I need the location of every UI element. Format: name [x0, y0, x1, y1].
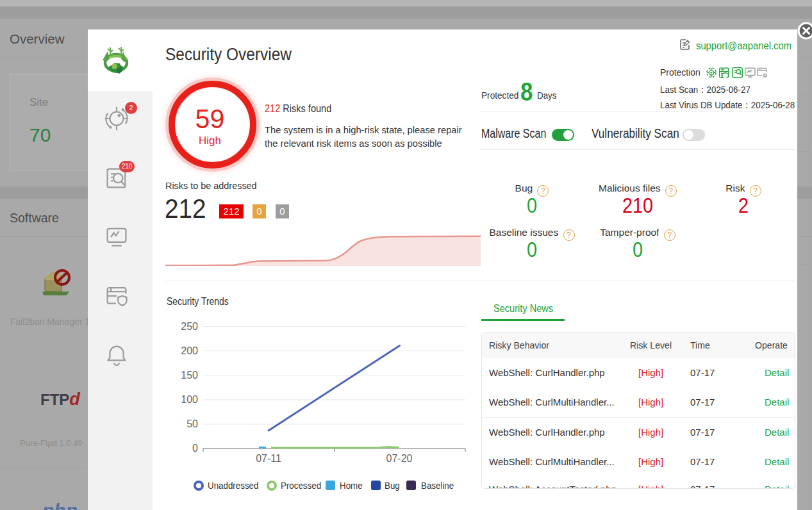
svg-text:100: 100	[181, 394, 198, 405]
svg-text:250: 250	[181, 321, 198, 332]
svg-text:50: 50	[186, 418, 198, 429]
svg-text:07-20: 07-20	[386, 453, 413, 464]
svg-text:0: 0	[192, 443, 198, 454]
svg-text:07-11: 07-11	[256, 453, 281, 464]
svg-text:150: 150	[181, 370, 198, 381]
svg-text:200: 200	[181, 345, 198, 356]
